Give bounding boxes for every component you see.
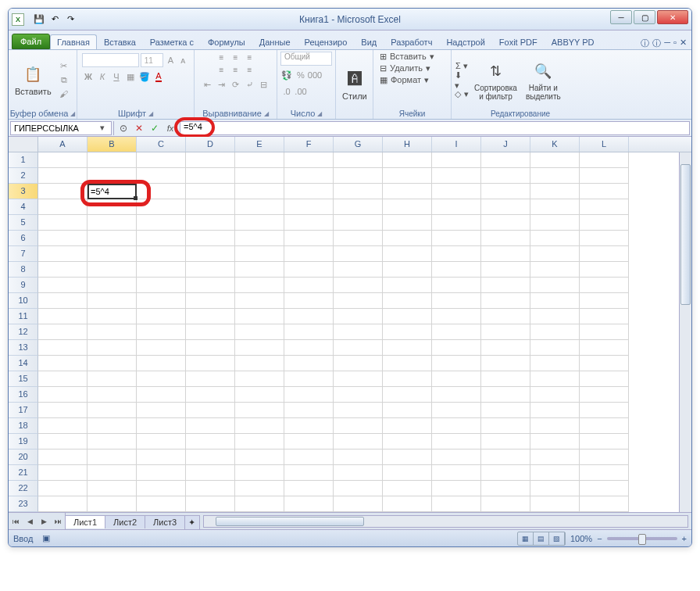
cell-E19[interactable] (235, 434, 284, 450)
merge-icon[interactable]: ⊟ (258, 77, 270, 91)
cell-A16[interactable] (38, 387, 88, 403)
cell-L18[interactable] (580, 418, 629, 434)
cell-C5[interactable] (137, 215, 186, 231)
increase-indent-icon[interactable]: ⇥ (216, 77, 228, 91)
worksheet-grid[interactable]: ABCDEFGHIJKL 123456789101112131415161718… (9, 137, 691, 512)
doc-restore-icon[interactable]: ▫ (673, 38, 677, 49)
cell-D23[interactable] (186, 496, 235, 512)
cell-H17[interactable] (383, 403, 432, 418)
cell-J7[interactable] (481, 246, 530, 262)
cell-L20[interactable] (580, 450, 629, 465)
cell-A12[interactable] (38, 324, 88, 340)
cell-L14[interactable] (580, 356, 629, 371)
cell-J20[interactable] (481, 450, 530, 465)
column-header-J[interactable]: J (481, 137, 530, 152)
maximize-button[interactable]: ▢ (634, 10, 655, 24)
cell-K6[interactable] (530, 231, 580, 246)
cell-J18[interactable] (481, 418, 530, 434)
cell-G19[interactable] (334, 434, 383, 450)
cell-C3[interactable] (137, 184, 186, 199)
cell-G9[interactable] (334, 278, 383, 293)
cell-G11[interactable] (334, 309, 383, 324)
cell-E11[interactable] (235, 309, 284, 324)
undo-icon[interactable]: ↶ (48, 13, 62, 27)
cell-C2[interactable] (137, 168, 186, 184)
row-header-13[interactable]: 13 (9, 340, 38, 356)
cell-F15[interactable] (284, 371, 334, 387)
cell-F16[interactable] (284, 387, 334, 403)
cell-D1[interactable] (186, 152, 235, 168)
save-icon[interactable]: 💾 (32, 13, 46, 27)
cell-H22[interactable] (383, 481, 432, 496)
cell-F13[interactable] (284, 340, 334, 356)
scroll-thumb[interactable] (680, 164, 691, 305)
cell-D4[interactable] (186, 199, 235, 215)
cell-L17[interactable] (580, 403, 629, 418)
cell-C7[interactable] (137, 246, 186, 262)
cell-G13[interactable] (334, 340, 383, 356)
orientation-icon[interactable]: ⟳ (230, 77, 242, 91)
row-header-14[interactable]: 14 (9, 356, 38, 371)
cell-L23[interactable] (580, 496, 629, 512)
percent-icon[interactable]: % (295, 68, 307, 82)
cell-I7[interactable] (432, 246, 481, 262)
macro-record-icon[interactable]: ▣ (42, 533, 50, 543)
cell-B8[interactable] (88, 262, 137, 278)
cell-I12[interactable] (432, 324, 481, 340)
cell-K10[interactable] (530, 293, 580, 309)
cell-D5[interactable] (186, 215, 235, 231)
cell-L3[interactable] (580, 184, 629, 199)
cell-A1[interactable] (38, 152, 88, 168)
align-bottom-icon[interactable]: ≡ (244, 52, 256, 63)
cell-H19[interactable] (383, 434, 432, 450)
cell-H14[interactable] (383, 356, 432, 371)
cell-C21[interactable] (137, 465, 186, 481)
cell-J9[interactable] (481, 278, 530, 293)
cancel-edit-icon[interactable]: ✕ (131, 121, 147, 135)
cell-I1[interactable] (432, 152, 481, 168)
sheet-tab-3[interactable]: Лист3 (145, 515, 185, 528)
cell-J15[interactable] (481, 371, 530, 387)
cell-B18[interactable] (88, 418, 137, 434)
cell-A19[interactable] (38, 434, 88, 450)
cell-J3[interactable] (481, 184, 530, 199)
cell-L11[interactable] (580, 309, 629, 324)
cell-F9[interactable] (284, 278, 334, 293)
cell-C9[interactable] (137, 278, 186, 293)
cell-B5[interactable] (88, 215, 137, 231)
cell-L2[interactable] (580, 168, 629, 184)
row-header-17[interactable]: 17 (9, 403, 38, 418)
horizontal-scrollbar[interactable] (203, 515, 688, 528)
cell-I17[interactable] (432, 403, 481, 418)
row-header-16[interactable]: 16 (9, 387, 38, 403)
cell-D9[interactable] (186, 278, 235, 293)
cell-A9[interactable] (38, 278, 88, 293)
cell-E4[interactable] (235, 199, 284, 215)
cell-J10[interactable] (481, 293, 530, 309)
cell-G4[interactable] (334, 199, 383, 215)
cell-D16[interactable] (186, 387, 235, 403)
row-header-23[interactable]: 23 (9, 496, 38, 512)
cell-H11[interactable] (383, 309, 432, 324)
cell-G3[interactable] (334, 184, 383, 199)
cell-C1[interactable] (137, 152, 186, 168)
cell-K16[interactable] (530, 387, 580, 403)
ribbon-minimize-icon[interactable]: ⓘ (641, 38, 649, 49)
cell-E15[interactable] (235, 371, 284, 387)
cell-C16[interactable] (137, 387, 186, 403)
app-icon[interactable]: X (12, 13, 24, 26)
cell-J21[interactable] (481, 465, 530, 481)
cell-F5[interactable] (284, 215, 334, 231)
tab-abbyy[interactable]: ABBYY PD (545, 34, 602, 49)
cell-D18[interactable] (186, 418, 235, 434)
cell-H15[interactable] (383, 371, 432, 387)
cell-H8[interactable] (383, 262, 432, 278)
cell-C12[interactable] (137, 324, 186, 340)
cell-I22[interactable] (432, 481, 481, 496)
cell-E17[interactable] (235, 403, 284, 418)
cell-C11[interactable] (137, 309, 186, 324)
cell-J1[interactable] (481, 152, 530, 168)
cell-K15[interactable] (530, 371, 580, 387)
cell-G15[interactable] (334, 371, 383, 387)
cell-D6[interactable] (186, 231, 235, 246)
